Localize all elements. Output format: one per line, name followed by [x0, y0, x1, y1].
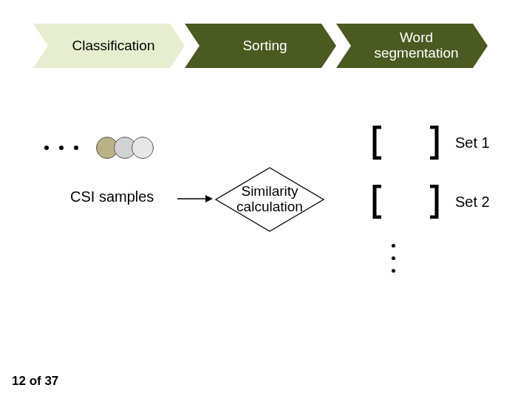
bracket-right-icon — [427, 185, 440, 219]
vertical-ellipsis-icon — [392, 244, 395, 273]
process-chevron-row: Classification Sorting Word segmentation — [33, 24, 488, 68]
ellipsis-dots — [44, 146, 78, 150]
samples-visual — [44, 137, 154, 159]
chevron-word-segmentation: Word segmentation — [336, 24, 488, 68]
chevron-label: Classification — [50, 38, 168, 54]
svg-marker-4 — [205, 195, 213, 202]
arrow-right-icon — [177, 194, 213, 203]
set-label: Set 1 — [455, 134, 490, 151]
bracket-left-icon — [371, 185, 384, 219]
chevron-sorting: Sorting — [185, 24, 336, 68]
sample-circles — [96, 137, 154, 159]
bracket-left-icon — [371, 126, 384, 160]
chevron-classification: Classification — [33, 24, 185, 68]
bracket-right-icon — [427, 126, 440, 160]
chevron-label: Sorting — [220, 38, 300, 54]
page-counter: 12 of 37 — [12, 374, 58, 389]
diamond-label: Similarity calculation — [214, 166, 325, 233]
set-2-brackets: Set 2 — [371, 185, 490, 219]
similarity-calculation-node: Similarity calculation — [214, 166, 325, 233]
set-label: Set 2 — [455, 194, 490, 211]
set-1-brackets: Set 1 — [371, 126, 490, 160]
chevron-label: Word segmentation — [336, 30, 488, 61]
csi-samples-label: CSI samples — [70, 188, 154, 205]
circle-icon — [132, 137, 154, 159]
